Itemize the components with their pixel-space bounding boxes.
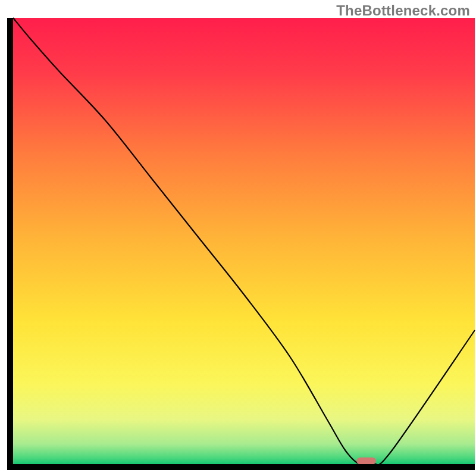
plot-background xyxy=(13,18,475,464)
y-axis xyxy=(7,18,13,470)
x-axis xyxy=(7,464,475,470)
optimum-marker xyxy=(356,458,376,465)
bottleneck-chart xyxy=(0,0,476,476)
